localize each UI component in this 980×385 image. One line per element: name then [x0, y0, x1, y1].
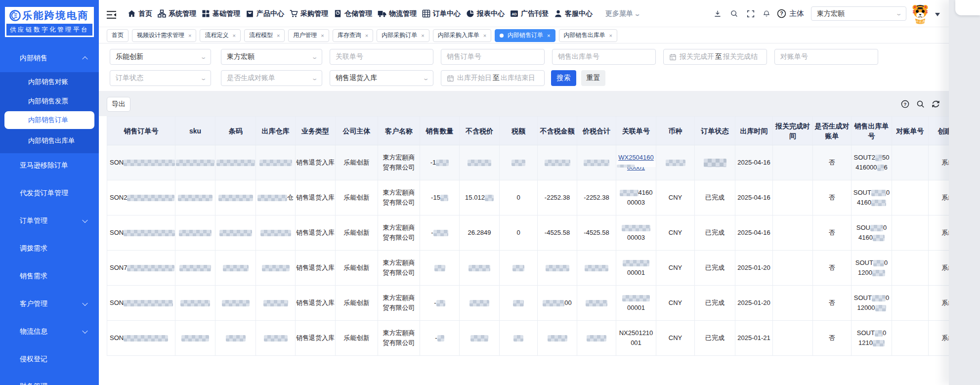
svg-text:?: ? — [780, 10, 783, 16]
svg-text:AD: AD — [511, 12, 516, 16]
svg-text:好运虎: 好运虎 — [915, 20, 926, 24]
svg-text:?: ? — [904, 101, 907, 107]
